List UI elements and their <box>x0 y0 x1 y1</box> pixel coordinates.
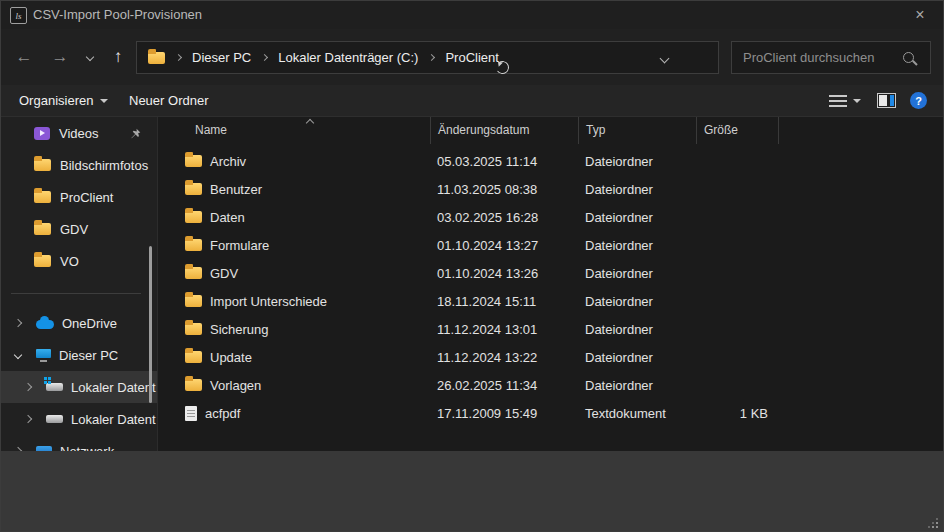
sidebar-item[interactable]: Lokaler Datent <box>1 403 157 435</box>
file-kind: Dateiordner <box>578 238 696 253</box>
file-name-cell: Formulare <box>158 238 430 253</box>
resize-grip[interactable] <box>928 518 938 528</box>
file-date: 26.02.2025 11:34 <box>430 378 578 393</box>
expand-chevron-button[interactable] <box>11 352 25 358</box>
details-view-icon <box>829 95 847 107</box>
column-header-name[interactable]: Name <box>158 117 430 144</box>
file-date: 18.11.2024 15:11 <box>430 294 578 309</box>
breadcrumb-item[interactable]: Dieser PC <box>192 50 251 65</box>
organize-button[interactable]: Organisieren <box>19 85 108 116</box>
help-button[interactable]: ? <box>910 85 927 116</box>
file-type-icon <box>185 323 202 335</box>
file-kind: Dateiordner <box>578 378 696 393</box>
sidebar-item-label: ProClient <box>60 190 113 205</box>
sidebar-item-label: Lokaler Datent <box>71 412 156 427</box>
search-box <box>731 41 931 74</box>
new-folder-button[interactable]: Neuer Ordner <box>129 85 208 116</box>
breadcrumb-item[interactable]: Lokaler Datenträger (C:) <box>278 50 418 65</box>
file-date: 05.03.2025 11:14 <box>430 154 578 169</box>
sidebar-item-icon <box>34 191 51 203</box>
column-header-spacer <box>778 117 943 144</box>
file-row[interactable]: Update 11.12.2024 13:22 Dateiordner <box>158 343 943 371</box>
close-button[interactable]: × <box>897 1 943 29</box>
file-type-icon <box>185 351 202 363</box>
sidebar-item-icon <box>34 159 51 171</box>
file-type-icon <box>185 183 202 195</box>
file-date: 17.11.2009 15:49 <box>430 406 578 421</box>
file-date: 11.12.2024 13:01 <box>430 322 578 337</box>
file-size: 1 KB <box>696 406 778 421</box>
sidebar-item[interactable]: Dieser PC <box>1 339 157 371</box>
file-name-cell: GDV <box>158 266 430 281</box>
file-type-icon <box>185 239 202 251</box>
history-dropdown-button[interactable] <box>81 43 99 71</box>
file-row[interactable]: GDV 01.10.2024 13:26 Dateiordner <box>158 259 943 287</box>
sidebar-item-label: OneDrive <box>62 316 117 331</box>
chevron-icon <box>24 383 32 391</box>
sidebar-item-label: Bildschirmfotos <box>60 158 148 173</box>
file-date: 03.02.2025 16:28 <box>430 210 578 225</box>
caret-down-icon[interactable] <box>853 99 861 103</box>
column-header-size[interactable]: Größe <box>696 117 778 144</box>
expand-chevron-button[interactable] <box>21 384 35 390</box>
file-row[interactable]: Daten 03.02.2025 16:28 Dateiordner <box>158 203 943 231</box>
expand-chevron-button[interactable] <box>11 320 25 326</box>
file-name: Archiv <box>210 154 246 169</box>
file-rows: Archiv 05.03.2025 11:14 Dateiordner Benu… <box>158 147 943 427</box>
file-row[interactable]: Sicherung 11.12.2024 13:01 Dateiordner <box>158 315 943 343</box>
address-dropdown-button[interactable] <box>660 54 670 64</box>
search-input[interactable] <box>732 50 903 65</box>
file-row[interactable]: Benutzer 11.03.2025 08:38 Dateiordner <box>158 175 943 203</box>
file-row[interactable]: Formulare 01.10.2024 13:27 Dateiordner <box>158 231 943 259</box>
sidebar-item-icon <box>36 320 54 329</box>
app-icon: ls <box>10 7 27 24</box>
refresh-icon[interactable] <box>495 60 510 75</box>
back-button[interactable]: ← <box>11 43 37 71</box>
sidebar-item-icon <box>34 127 50 140</box>
file-name: Import Unterschiede <box>210 294 327 309</box>
sidebar-item-label: Videos <box>59 126 99 141</box>
sidebar-item[interactable]: Netzwerk <box>1 435 157 451</box>
breadcrumb-item[interactable]: ProClient <box>445 50 498 65</box>
expand-chevron-button[interactable] <box>21 416 35 422</box>
sidebar-item[interactable]: VO <box>1 245 157 277</box>
column-header-type[interactable]: Typ <box>578 117 696 144</box>
file-name-cell: Import Unterschiede <box>158 294 430 309</box>
column-headers: Name Änderungsdatum Typ Größe <box>158 117 943 144</box>
sidebar-item[interactable]: GDV <box>1 213 157 245</box>
sidebar-item[interactable]: Videos <box>1 117 157 149</box>
sidebar-item[interactable]: Lokaler Datent <box>1 371 157 403</box>
sidebar-item-label: Dieser PC <box>59 348 118 363</box>
file-type-icon <box>185 267 202 279</box>
caret-down-icon <box>100 99 108 103</box>
sidebar-item[interactable]: OneDrive <box>1 307 157 339</box>
file-row[interactable]: Import Unterschiede 18.11.2024 15:11 Dat… <box>158 287 943 315</box>
file-row[interactable]: Archiv 05.03.2025 11:14 Dateiordner <box>158 147 943 175</box>
sidebar-scrollbar-thumb[interactable] <box>149 246 152 403</box>
file-kind: Dateiordner <box>578 294 696 309</box>
sidebar-item[interactable]: ProClient <box>1 181 157 213</box>
file-type-icon <box>185 406 197 421</box>
file-row[interactable]: Vorlagen 26.02.2025 11:34 Dateiordner <box>158 371 943 399</box>
window-title: CSV-Import Pool-Provisionen <box>33 1 202 29</box>
sidebar-item-label: GDV <box>60 222 88 237</box>
breadcrumb-separator-icon <box>428 54 435 61</box>
new-folder-label: Neuer Ordner <box>129 93 208 108</box>
up-button[interactable]: ↑ <box>105 43 131 71</box>
view-mode-button[interactable] <box>829 85 861 116</box>
file-date: 11.12.2024 13:22 <box>430 350 578 365</box>
file-name: Benutzer <box>210 182 262 197</box>
file-name: GDV <box>210 266 238 281</box>
file-name-cell: Update <box>158 350 430 365</box>
footer: Dateiname: Import-Datei (*.csv *.txt *.x… <box>1 451 943 532</box>
breadcrumb: Dieser PC Lokaler Datenträger (C:) ProCl… <box>136 41 719 74</box>
preview-pane-button[interactable] <box>877 85 896 116</box>
help-icon: ? <box>910 92 927 109</box>
file-row[interactable]: acfpdf 17.11.2009 15:49 Textdokument 1 K… <box>158 399 943 427</box>
file-name-cell: acfpdf <box>158 406 430 421</box>
column-header-date[interactable]: Änderungsdatum <box>430 117 578 144</box>
sidebar-item[interactable]: Bildschirmfotos <box>1 149 157 181</box>
chevron-icon <box>14 319 22 327</box>
file-name: Sicherung <box>210 322 269 337</box>
forward-button[interactable]: → <box>47 43 73 71</box>
